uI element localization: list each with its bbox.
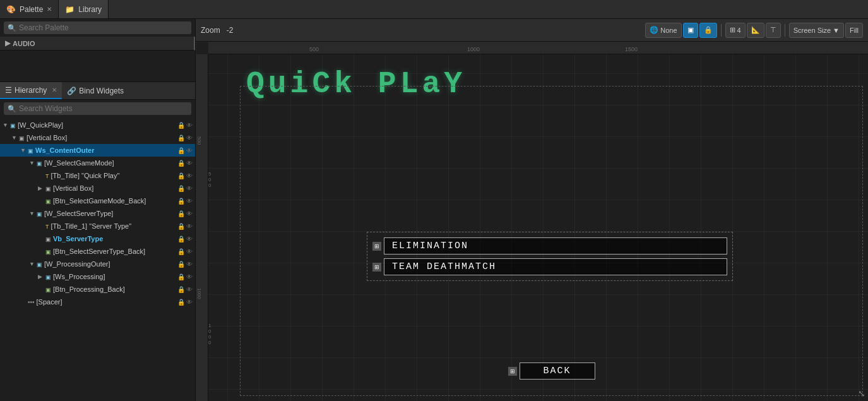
globe-button[interactable]: 🌐 None xyxy=(645,23,681,38)
tree-type-icon-w_quickplay: ▣ xyxy=(10,121,16,129)
ruler-y-500: 500 xyxy=(208,171,211,188)
tree-item-ws_contentouter[interactable]: ▼ ▣ Ws_ContentOuter 🔒 👁 xyxy=(0,144,195,157)
palette-search-input[interactable] xyxy=(19,23,187,32)
tab-palette[interactable]: 🎨 Palette ✕ xyxy=(0,0,59,18)
tree-lock-icon-w_selectgamemode[interactable]: 🔒 xyxy=(177,160,185,167)
tree-eye-icon-spacer[interactable]: 👁 xyxy=(186,299,193,306)
tree-item-spacer[interactable]: ••• [Spacer] 🔒 👁 xyxy=(0,296,195,308)
toolbar-divider-1 xyxy=(721,24,722,37)
tree-type-icon-btn_selectgamemode_back: ▣ xyxy=(45,196,51,205)
toolbar-right-group: 🌐 None ▣ 🔒 ⊞ 4 📐 ⊤ xyxy=(645,23,863,38)
align-icon: ⊤ xyxy=(770,26,776,34)
tree-type-icon-vb_servertype: ▣ xyxy=(45,234,51,243)
snap-icon: 📐 xyxy=(751,26,760,34)
tree-lock-icon-tb_title[interactable]: 🔒 xyxy=(177,172,185,179)
hierarchy-tab-close[interactable]: ✕ xyxy=(52,87,57,93)
tree-eye-icon-w_processingouter[interactable]: 👁 xyxy=(186,261,193,268)
palette-tab-close[interactable]: ✕ xyxy=(47,6,52,13)
tree-eye-icon-ws_contentouter[interactable]: 👁 xyxy=(186,147,193,154)
tab-bind-widgets[interactable]: 🔗 Bind Widgets xyxy=(62,82,129,99)
zoom-value: -2 xyxy=(227,26,234,35)
tree-type-icon-w_selectservertype: ▣ xyxy=(37,209,42,218)
tree-arrow-w_processingouter: ▼ xyxy=(29,261,37,267)
tree-item-w_selectservertype[interactable]: ▼ ▣ [W_SelectServerType] 🔒 👁 xyxy=(0,207,195,220)
screen-size-btn[interactable]: Screen Size ▼ xyxy=(789,23,844,38)
tree-icons-btn_processing_back: 🔒 👁 xyxy=(177,286,193,293)
tree-lock-icon-btn_selectservertype_back[interactable]: 🔒 xyxy=(177,248,185,255)
audio-section-header[interactable]: ▶ AUDIO xyxy=(0,37,195,51)
tree-item-w_selectgamemode[interactable]: ▼ ▣ [W_SelectGameMode] 🔒 👁 xyxy=(0,157,195,169)
tree-item-btn_processing_back[interactable]: ▣ [Btn_Processing_Back] 🔒 👁 xyxy=(0,283,195,296)
tree-lock-icon-w_selectservertype[interactable]: 🔒 xyxy=(177,210,185,217)
elimination-node-icon: ⊞ xyxy=(372,242,381,251)
view-toggle-btn[interactable]: ▣ xyxy=(683,23,698,38)
grid-icon: ⊞ xyxy=(730,26,735,34)
widget-search-input[interactable] xyxy=(19,104,187,113)
tree-eye-icon-vertical_box_2[interactable]: 👁 xyxy=(186,185,193,192)
fill-btn[interactable]: Fill xyxy=(845,23,863,38)
tree-icons-vertical_box_2: 🔒 👁 xyxy=(177,185,193,192)
tree-lock-icon-btn_processing_back[interactable]: 🔒 xyxy=(177,286,185,293)
tree-eye-icon-w_quickplay[interactable]: 👁 xyxy=(186,122,193,129)
canvas-toolbar: Zoom -2 🌐 None ▣ 🔒 ⊞ 4 xyxy=(196,19,868,42)
tree-lock-icon-btn_selectgamemode_back[interactable]: 🔒 xyxy=(177,198,185,205)
snap-btn[interactable]: 📐 xyxy=(747,23,764,38)
tree-eye-icon-tb_title_1[interactable]: 👁 xyxy=(186,223,193,230)
lock-icon: 🔒 xyxy=(704,26,713,34)
tree-eye-icon-w_selectgamemode[interactable]: 👁 xyxy=(186,160,193,167)
lock-btn[interactable]: 🔒 xyxy=(699,23,717,38)
tree-item-btn_selectservertype_back[interactable]: ▣ [Btn_SelectServerType_Back] 🔒 👁 xyxy=(0,245,195,258)
resize-handle[interactable]: ⤡ xyxy=(858,388,865,398)
tree-item-vertical_box_1[interactable]: ▼ ▣ [Vertical Box] 🔒 👁 xyxy=(0,131,195,144)
tree-label-tb_title: [Tb_Title] "Quick Play" xyxy=(51,172,178,179)
tree-eye-icon-btn_selectservertype_back[interactable]: 👁 xyxy=(186,248,193,255)
top-tab-bar: 🎨 Palette ✕ 📁 Library xyxy=(0,0,868,19)
tree-eye-icon-tb_title[interactable]: 👁 xyxy=(186,172,193,179)
tree-arrow-ws_processing: ▶ xyxy=(38,273,45,280)
tree-lock-icon-ws_contentouter[interactable]: 🔒 xyxy=(177,147,185,154)
tree-eye-icon-ws_processing[interactable]: 👁 xyxy=(186,273,193,280)
align-btn[interactable]: ⊤ xyxy=(766,23,781,38)
palette-tab-label: Palette xyxy=(20,5,43,14)
tree-label-spacer: [Spacer] xyxy=(37,298,177,306)
tree-item-btn_selectgamemode_back[interactable]: ▣ [Btn_SelectGameMode_Back] 🔒 👁 xyxy=(0,195,195,207)
tree-lock-icon-vertical_box_2[interactable]: 🔒 xyxy=(177,185,185,192)
tree-item-ws_processing[interactable]: ▶ ▣ [Ws_Processing] 🔒 👁 xyxy=(0,270,195,283)
ruler-left: 500 1000 xyxy=(196,54,208,401)
tree-eye-icon-w_selectservertype[interactable]: 👁 xyxy=(186,210,193,217)
grid-count: 4 xyxy=(737,27,741,34)
tree-arrow-vertical_box_1: ▼ xyxy=(11,135,19,141)
elimination-button[interactable]: ELIMINATION xyxy=(384,237,727,254)
palette-search-bar[interactable]: 🔍 xyxy=(4,21,191,34)
tree-item-tb_title_1[interactable]: T [Tb_Title_1] "Server Type" 🔒 👁 xyxy=(0,220,195,232)
tree-eye-icon-vb_servertype[interactable]: 👁 xyxy=(186,236,193,242)
widget-search-bar[interactable]: 🔍 xyxy=(4,102,191,115)
view-icon: ▣ xyxy=(687,26,694,34)
team-deathmatch-node-icon: ⊞ xyxy=(372,263,381,272)
back-btn-area: ⊞ BACK xyxy=(508,362,595,380)
tree-eye-icon-btn_selectgamemode_back[interactable]: 👁 xyxy=(186,198,193,205)
tab-library[interactable]: 📁 Library xyxy=(59,0,109,18)
tree-lock-icon-spacer[interactable]: 🔒 xyxy=(177,299,185,306)
tree-item-w_quickplay[interactable]: ▼ ▣ [W_QuickPlay] 🔒 👁 xyxy=(0,119,195,131)
back-button[interactable]: BACK xyxy=(520,362,595,380)
tree-lock-icon-w_quickplay[interactable]: 🔒 xyxy=(177,122,185,129)
tree-item-tb_title[interactable]: T [Tb_Title] "Quick Play" 🔒 👁 xyxy=(0,169,195,182)
tree-lock-icon-w_processingouter[interactable]: 🔒 xyxy=(177,261,185,268)
canvas-viewport[interactable]: 500 1000 1500 500 1000 QuiCk PLaY xyxy=(196,42,868,401)
tree-item-vertical_box_2[interactable]: ▶ ▣ [Vertical Box] 🔒 👁 xyxy=(0,182,195,195)
tree-lock-icon-vertical_box_1[interactable]: 🔒 xyxy=(177,135,185,141)
grid-btn[interactable]: ⊞ 4 xyxy=(725,23,746,38)
tree-item-w_processingouter[interactable]: ▼ ▣ [W_ProcessingOuter] 🔒 👁 xyxy=(0,258,195,270)
tree-lock-icon-ws_processing[interactable]: 🔒 xyxy=(177,273,185,280)
team-deathmatch-button[interactable]: TEAM DEATHMATCH xyxy=(384,258,727,275)
tree-eye-icon-vertical_box_1[interactable]: 👁 xyxy=(186,135,193,141)
left-panels: 🔍 ▶ AUDIO ☰ Hierarchy ✕ 🔗 Bind xyxy=(0,19,196,401)
tree-label-vertical_box_2: [Vertical Box] xyxy=(53,184,177,192)
tree-item-vb_servertype[interactable]: ▣ Vb_ServerType 🔒 👁 xyxy=(0,232,195,245)
tree-lock-icon-vb_servertype[interactable]: 🔒 xyxy=(177,236,185,242)
tab-hierarchy[interactable]: ☰ Hierarchy ✕ xyxy=(0,82,62,99)
tree-lock-icon-tb_title_1[interactable]: 🔒 xyxy=(177,223,185,230)
tree-eye-icon-btn_processing_back[interactable]: 👁 xyxy=(186,286,193,293)
tree-type-icon-btn_processing_back: ▣ xyxy=(45,285,51,294)
